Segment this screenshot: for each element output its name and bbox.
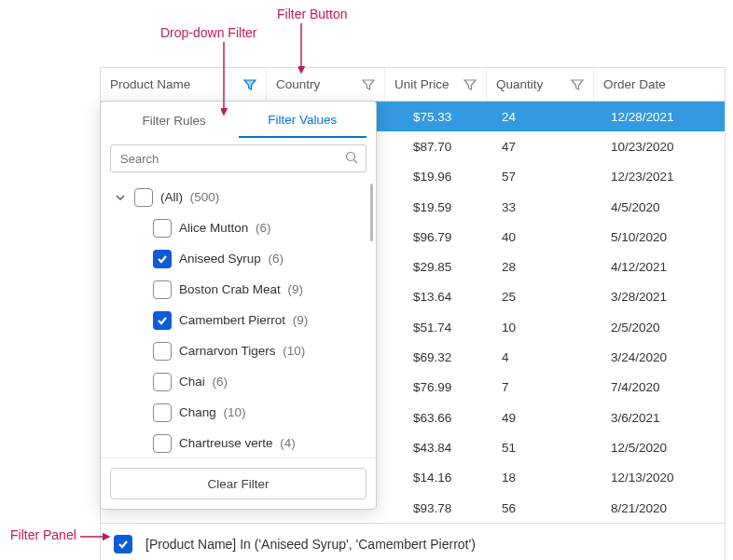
cell-date: 4/12/2021 <box>594 260 725 274</box>
annotation-arrow-dropdown <box>221 42 240 116</box>
cell-price: $76.99 <box>385 380 487 394</box>
svg-point-3 <box>347 153 355 161</box>
scrollbar[interactable] <box>370 184 373 241</box>
cell-date: 2/5/2020 <box>594 321 725 335</box>
cell-price: $19.96 <box>385 170 487 184</box>
filter-dropdown-popup: Filter Rules Filter Values (All) (500) A… <box>100 101 377 510</box>
checkbox[interactable] <box>134 188 153 207</box>
checkbox[interactable] <box>153 250 172 268</box>
cell-qty: 56 <box>487 501 594 515</box>
filter-icon[interactable] <box>463 78 477 91</box>
cell-price: $63.66 <box>385 411 487 425</box>
grid-header-row: Product Name Country Unit Price Quantity… <box>101 68 725 102</box>
cell-qty: 40 <box>487 230 594 244</box>
filter-icon[interactable] <box>362 78 375 91</box>
checkbox[interactable] <box>153 373 172 391</box>
cell-date: 4/5/2020 <box>594 200 725 214</box>
cell-qty: 25 <box>487 290 594 304</box>
header-price-label: Unit Price <box>394 77 463 91</box>
cell-date: 12/28/2021 <box>594 110 725 124</box>
cell-qty: 49 <box>487 411 594 425</box>
cell-qty: 33 <box>487 200 594 214</box>
tree-label: Camembert Pierrot (9) <box>179 313 308 327</box>
tree-row[interactable]: Camembert Pierrot (9) <box>108 305 374 335</box>
cell-date: 3/28/2021 <box>594 290 725 304</box>
header-product[interactable]: Product Name <box>101 68 267 101</box>
cell-price: $51.74 <box>385 321 487 335</box>
tree-row-all[interactable]: (All) (500) <box>108 182 374 212</box>
header-qty[interactable]: Quantity <box>487 68 594 101</box>
clear-filter-button[interactable]: Clear Filter <box>110 468 366 499</box>
tree-row[interactable]: Chang (10) <box>108 397 374 428</box>
filter-panel: [Product Name] In ('Aniseed Syrup', 'Cam… <box>101 523 725 560</box>
header-price[interactable]: Unit Price <box>385 68 487 101</box>
tree-row[interactable]: Chai (6) <box>108 366 374 397</box>
cell-date: 10/23/2020 <box>594 140 725 154</box>
tree-label: Chai (6) <box>179 375 228 389</box>
filter-expression: [Product Name] In ('Aniseed Syrup', 'Cam… <box>145 537 476 552</box>
cell-date: 12/13/2020 <box>594 471 725 485</box>
header-country-label: Country <box>276 77 362 91</box>
tree-label: Alice Mutton (6) <box>179 221 271 235</box>
checkbox[interactable] <box>153 434 172 453</box>
cell-qty: 47 <box>487 140 594 154</box>
annotation-dropdown-filter: Drop-down Filter <box>160 25 256 40</box>
cell-qty: 24 <box>487 110 594 124</box>
cell-date: 5/10/2020 <box>594 230 725 244</box>
cell-price: $19.59 <box>385 200 487 214</box>
header-date[interactable]: Order Date <box>594 68 725 101</box>
cell-price: $29.85 <box>385 260 487 274</box>
annotation-filter-panel: Filter Panel <box>10 527 76 542</box>
svg-line-4 <box>354 160 358 164</box>
cell-date: 3/24/2020 <box>594 350 725 364</box>
tree-row[interactable]: Boston Crab Meat (9) <box>108 274 374 305</box>
chevron-down-icon[interactable] <box>114 191 127 204</box>
annotation-arrow-panel <box>80 530 113 543</box>
cell-price: $69.32 <box>385 350 487 364</box>
filter-icon[interactable] <box>571 78 584 91</box>
cell-qty: 7 <box>487 380 594 394</box>
cell-qty: 4 <box>487 350 594 364</box>
cell-price: $75.33 <box>385 110 487 124</box>
tree-row[interactable]: Alice Mutton (6) <box>108 212 374 243</box>
tree-row[interactable]: Carnarvon Tigers (10) <box>108 335 374 366</box>
checkbox[interactable] <box>153 280 172 299</box>
cell-qty: 28 <box>487 260 594 274</box>
tree-row[interactable]: Aniseed Syrup (6) <box>108 243 374 274</box>
header-qty-label: Quantity <box>496 77 571 91</box>
checkbox[interactable] <box>153 311 172 330</box>
cell-price: $43.84 <box>385 441 487 455</box>
cell-qty: 57 <box>487 170 594 184</box>
tree-label: Chartreuse verte (4) <box>179 436 296 450</box>
cell-date: 12/23/2021 <box>594 170 725 184</box>
filter-icon[interactable] <box>243 78 256 91</box>
tab-filter-rules[interactable]: Filter Rules <box>110 104 239 137</box>
header-country[interactable]: Country <box>267 68 385 101</box>
cell-price: $87.70 <box>385 140 487 154</box>
checkbox[interactable] <box>153 219 172 238</box>
checkbox[interactable] <box>153 403 172 422</box>
filter-values-tree: (All) (500) Alice Mutton (6)Aniseed Syru… <box>101 178 376 458</box>
cell-price: $14.16 <box>385 471 487 485</box>
tree-label: Aniseed Syrup (6) <box>179 252 284 266</box>
annotation-arrow-filter-button <box>298 23 317 75</box>
tree-label: (All) (500) <box>160 190 219 204</box>
cell-price: $93.78 <box>385 501 487 515</box>
filter-panel-checkbox[interactable] <box>114 535 132 553</box>
search-input[interactable] <box>110 144 366 172</box>
tree-row[interactable]: Chartreuse verte (4) <box>108 428 374 458</box>
tree-label: Carnarvon Tigers (10) <box>179 344 305 358</box>
cell-date: 3/6/2021 <box>594 411 725 425</box>
annotation-filter-button: Filter Button <box>277 7 347 21</box>
tree-label: Chang (10) <box>179 405 246 419</box>
cell-date: 12/5/2020 <box>594 441 725 455</box>
cell-date: 7/4/2020 <box>594 380 725 394</box>
search-box <box>110 144 366 172</box>
cell-date: 8/21/2020 <box>594 501 725 515</box>
search-icon <box>345 151 359 165</box>
cell-price: $96.79 <box>385 230 487 244</box>
checkbox[interactable] <box>153 342 172 361</box>
cell-qty: 51 <box>487 441 594 455</box>
cell-price: $13.64 <box>385 290 487 304</box>
tab-filter-values[interactable]: Filter Values <box>239 103 367 138</box>
